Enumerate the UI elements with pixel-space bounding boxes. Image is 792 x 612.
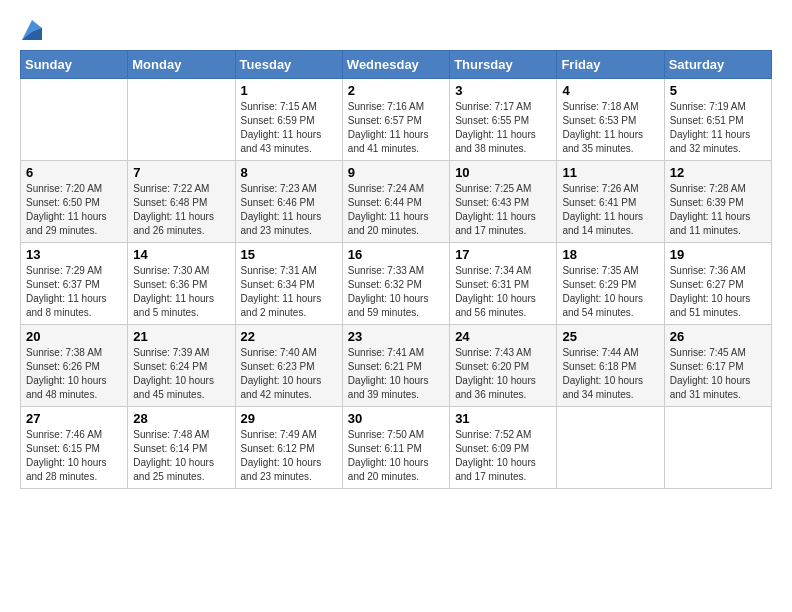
calendar-cell: 9Sunrise: 7:24 AM Sunset: 6:44 PM Daylig… <box>342 161 449 243</box>
day-number: 2 <box>348 83 444 98</box>
day-number: 16 <box>348 247 444 262</box>
day-info: Sunrise: 7:34 AM Sunset: 6:31 PM Dayligh… <box>455 264 551 320</box>
day-info: Sunrise: 7:25 AM Sunset: 6:43 PM Dayligh… <box>455 182 551 238</box>
day-info: Sunrise: 7:19 AM Sunset: 6:51 PM Dayligh… <box>670 100 766 156</box>
day-number: 18 <box>562 247 658 262</box>
day-number: 3 <box>455 83 551 98</box>
day-info: Sunrise: 7:46 AM Sunset: 6:15 PM Dayligh… <box>26 428 122 484</box>
calendar-cell: 3Sunrise: 7:17 AM Sunset: 6:55 PM Daylig… <box>450 79 557 161</box>
calendar-cell: 27Sunrise: 7:46 AM Sunset: 6:15 PM Dayli… <box>21 407 128 489</box>
calendar-cell <box>557 407 664 489</box>
calendar-cell: 18Sunrise: 7:35 AM Sunset: 6:29 PM Dayli… <box>557 243 664 325</box>
calendar-cell <box>664 407 771 489</box>
calendar-cell: 11Sunrise: 7:26 AM Sunset: 6:41 PM Dayli… <box>557 161 664 243</box>
logo-icon <box>22 20 42 40</box>
day-number: 6 <box>26 165 122 180</box>
calendar-cell: 10Sunrise: 7:25 AM Sunset: 6:43 PM Dayli… <box>450 161 557 243</box>
day-info: Sunrise: 7:45 AM Sunset: 6:17 PM Dayligh… <box>670 346 766 402</box>
calendar-cell: 13Sunrise: 7:29 AM Sunset: 6:37 PM Dayli… <box>21 243 128 325</box>
calendar-cell <box>128 79 235 161</box>
calendar-cell: 24Sunrise: 7:43 AM Sunset: 6:20 PM Dayli… <box>450 325 557 407</box>
page-header <box>20 20 772 40</box>
day-info: Sunrise: 7:26 AM Sunset: 6:41 PM Dayligh… <box>562 182 658 238</box>
day-info: Sunrise: 7:17 AM Sunset: 6:55 PM Dayligh… <box>455 100 551 156</box>
day-number: 1 <box>241 83 337 98</box>
day-number: 27 <box>26 411 122 426</box>
day-info: Sunrise: 7:28 AM Sunset: 6:39 PM Dayligh… <box>670 182 766 238</box>
day-info: Sunrise: 7:40 AM Sunset: 6:23 PM Dayligh… <box>241 346 337 402</box>
weekday-header: Wednesday <box>342 51 449 79</box>
calendar-table: SundayMondayTuesdayWednesdayThursdayFrid… <box>20 50 772 489</box>
day-info: Sunrise: 7:39 AM Sunset: 6:24 PM Dayligh… <box>133 346 229 402</box>
calendar-week-row: 20Sunrise: 7:38 AM Sunset: 6:26 PM Dayli… <box>21 325 772 407</box>
calendar-cell: 14Sunrise: 7:30 AM Sunset: 6:36 PM Dayli… <box>128 243 235 325</box>
calendar-week-row: 27Sunrise: 7:46 AM Sunset: 6:15 PM Dayli… <box>21 407 772 489</box>
calendar-cell: 31Sunrise: 7:52 AM Sunset: 6:09 PM Dayli… <box>450 407 557 489</box>
calendar-header-row: SundayMondayTuesdayWednesdayThursdayFrid… <box>21 51 772 79</box>
day-number: 5 <box>670 83 766 98</box>
day-number: 25 <box>562 329 658 344</box>
day-info: Sunrise: 7:43 AM Sunset: 6:20 PM Dayligh… <box>455 346 551 402</box>
day-info: Sunrise: 7:20 AM Sunset: 6:50 PM Dayligh… <box>26 182 122 238</box>
weekday-header: Friday <box>557 51 664 79</box>
logo <box>20 20 42 40</box>
calendar-cell: 17Sunrise: 7:34 AM Sunset: 6:31 PM Dayli… <box>450 243 557 325</box>
day-number: 13 <box>26 247 122 262</box>
day-number: 7 <box>133 165 229 180</box>
day-number: 28 <box>133 411 229 426</box>
day-info: Sunrise: 7:18 AM Sunset: 6:53 PM Dayligh… <box>562 100 658 156</box>
day-number: 4 <box>562 83 658 98</box>
calendar-cell: 19Sunrise: 7:36 AM Sunset: 6:27 PM Dayli… <box>664 243 771 325</box>
day-number: 19 <box>670 247 766 262</box>
day-info: Sunrise: 7:22 AM Sunset: 6:48 PM Dayligh… <box>133 182 229 238</box>
weekday-header: Thursday <box>450 51 557 79</box>
day-info: Sunrise: 7:48 AM Sunset: 6:14 PM Dayligh… <box>133 428 229 484</box>
day-number: 8 <box>241 165 337 180</box>
calendar-cell: 28Sunrise: 7:48 AM Sunset: 6:14 PM Dayli… <box>128 407 235 489</box>
calendar-cell: 7Sunrise: 7:22 AM Sunset: 6:48 PM Daylig… <box>128 161 235 243</box>
weekday-header: Tuesday <box>235 51 342 79</box>
calendar-cell: 30Sunrise: 7:50 AM Sunset: 6:11 PM Dayli… <box>342 407 449 489</box>
day-number: 23 <box>348 329 444 344</box>
day-info: Sunrise: 7:52 AM Sunset: 6:09 PM Dayligh… <box>455 428 551 484</box>
weekday-header: Sunday <box>21 51 128 79</box>
calendar-week-row: 6Sunrise: 7:20 AM Sunset: 6:50 PM Daylig… <box>21 161 772 243</box>
day-number: 17 <box>455 247 551 262</box>
calendar-cell <box>21 79 128 161</box>
calendar-cell: 29Sunrise: 7:49 AM Sunset: 6:12 PM Dayli… <box>235 407 342 489</box>
calendar-cell: 12Sunrise: 7:28 AM Sunset: 6:39 PM Dayli… <box>664 161 771 243</box>
calendar-cell: 20Sunrise: 7:38 AM Sunset: 6:26 PM Dayli… <box>21 325 128 407</box>
day-info: Sunrise: 7:35 AM Sunset: 6:29 PM Dayligh… <box>562 264 658 320</box>
day-number: 9 <box>348 165 444 180</box>
day-info: Sunrise: 7:36 AM Sunset: 6:27 PM Dayligh… <box>670 264 766 320</box>
weekday-header: Monday <box>128 51 235 79</box>
day-info: Sunrise: 7:38 AM Sunset: 6:26 PM Dayligh… <box>26 346 122 402</box>
day-number: 20 <box>26 329 122 344</box>
day-number: 30 <box>348 411 444 426</box>
calendar-cell: 8Sunrise: 7:23 AM Sunset: 6:46 PM Daylig… <box>235 161 342 243</box>
day-number: 31 <box>455 411 551 426</box>
calendar-cell: 15Sunrise: 7:31 AM Sunset: 6:34 PM Dayli… <box>235 243 342 325</box>
day-info: Sunrise: 7:23 AM Sunset: 6:46 PM Dayligh… <box>241 182 337 238</box>
day-info: Sunrise: 7:44 AM Sunset: 6:18 PM Dayligh… <box>562 346 658 402</box>
calendar-cell: 23Sunrise: 7:41 AM Sunset: 6:21 PM Dayli… <box>342 325 449 407</box>
calendar-cell: 22Sunrise: 7:40 AM Sunset: 6:23 PM Dayli… <box>235 325 342 407</box>
day-info: Sunrise: 7:50 AM Sunset: 6:11 PM Dayligh… <box>348 428 444 484</box>
day-number: 15 <box>241 247 337 262</box>
day-number: 14 <box>133 247 229 262</box>
day-number: 12 <box>670 165 766 180</box>
calendar-cell: 25Sunrise: 7:44 AM Sunset: 6:18 PM Dayli… <box>557 325 664 407</box>
day-number: 10 <box>455 165 551 180</box>
day-info: Sunrise: 7:30 AM Sunset: 6:36 PM Dayligh… <box>133 264 229 320</box>
day-info: Sunrise: 7:31 AM Sunset: 6:34 PM Dayligh… <box>241 264 337 320</box>
day-info: Sunrise: 7:49 AM Sunset: 6:12 PM Dayligh… <box>241 428 337 484</box>
day-number: 22 <box>241 329 337 344</box>
day-info: Sunrise: 7:15 AM Sunset: 6:59 PM Dayligh… <box>241 100 337 156</box>
calendar-cell: 16Sunrise: 7:33 AM Sunset: 6:32 PM Dayli… <box>342 243 449 325</box>
day-info: Sunrise: 7:41 AM Sunset: 6:21 PM Dayligh… <box>348 346 444 402</box>
calendar-cell: 1Sunrise: 7:15 AM Sunset: 6:59 PM Daylig… <box>235 79 342 161</box>
day-info: Sunrise: 7:29 AM Sunset: 6:37 PM Dayligh… <box>26 264 122 320</box>
weekday-header: Saturday <box>664 51 771 79</box>
day-number: 21 <box>133 329 229 344</box>
calendar-cell: 26Sunrise: 7:45 AM Sunset: 6:17 PM Dayli… <box>664 325 771 407</box>
